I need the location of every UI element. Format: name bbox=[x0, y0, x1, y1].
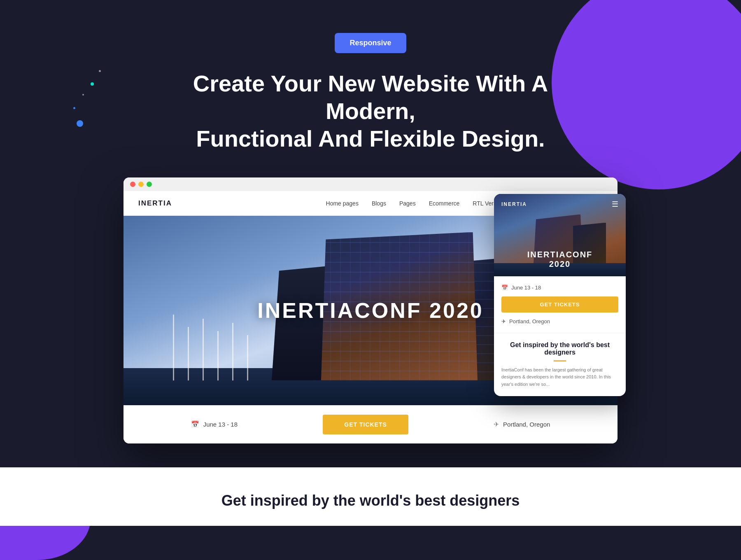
mast-3 bbox=[203, 319, 204, 380]
location-icon: ✈ bbox=[494, 420, 499, 428]
get-tickets-button[interactable]: GET TICKETS bbox=[323, 415, 408, 434]
site-bottom-bar: 📅 June 13 - 18 GET TICKETS ✈ Portland, O… bbox=[124, 405, 618, 443]
mast-1 bbox=[173, 315, 174, 380]
browser-dot-green bbox=[147, 182, 152, 187]
mast-5 bbox=[232, 323, 233, 380]
mobile-location: ✈ Portland, Oregon bbox=[501, 318, 618, 324]
mast-6 bbox=[247, 335, 248, 380]
mobile-content-text: InertiaConf has been the largest gatheri… bbox=[501, 366, 618, 388]
mobile-nav: INERTIA ☰ bbox=[494, 194, 626, 215]
mobile-content-title: Get inspired by the world's best designe… bbox=[501, 341, 618, 356]
mobile-date: 📅 June 13 - 18 bbox=[501, 285, 618, 291]
mobile-content-section: Get inspired by the world's best designe… bbox=[494, 333, 626, 397]
responsive-badge: Responsive bbox=[335, 33, 406, 53]
browser-mockup-wrapper: INERTIA Home pages Blogs Pages Ecommerce… bbox=[124, 177, 618, 443]
mobile-mockup: INERTIA ☰ INERTIACONF 2020 📅 June 13 - 1… bbox=[494, 194, 626, 397]
bottom-section-title: Get inspired by the world's best designe… bbox=[82, 492, 659, 509]
location-label: Portland, Oregon bbox=[503, 421, 550, 428]
hero-title: Create Your New Website With A Modern, F… bbox=[185, 70, 556, 153]
bottom-white-section: Get inspired by the world's best designe… bbox=[0, 467, 741, 526]
nav-link-blogs[interactable]: Blogs bbox=[372, 200, 386, 207]
site-logo: INERTIA bbox=[138, 199, 172, 208]
mobile-hero-image: INERTIA ☰ INERTIACONF 2020 bbox=[494, 194, 626, 276]
mobile-calendar-icon: 📅 bbox=[501, 285, 508, 291]
mast-2 bbox=[188, 327, 189, 380]
browser-titlebar bbox=[124, 177, 618, 191]
nav-link-pages[interactable]: Pages bbox=[399, 200, 416, 207]
mobile-tickets-button[interactable]: GET TICKETS bbox=[501, 296, 618, 313]
mobile-content-divider bbox=[554, 360, 566, 362]
mobile-info-section: 📅 June 13 - 18 GET TICKETS ✈ Portland, O… bbox=[494, 276, 626, 333]
location-item: ✈ Portland, Oregon bbox=[494, 420, 550, 428]
mobile-logo: INERTIA bbox=[501, 201, 527, 207]
conf-title-main: INERTIACONF 2020 bbox=[257, 298, 483, 323]
hamburger-icon[interactable]: ☰ bbox=[612, 200, 618, 209]
nav-link-homepages[interactable]: Home pages bbox=[326, 200, 359, 207]
hero-section: Responsive Create Your New Website With … bbox=[0, 0, 741, 468]
mast-4 bbox=[217, 331, 219, 380]
date-item: 📅 June 13 - 18 bbox=[191, 420, 238, 428]
nav-link-ecommerce[interactable]: Ecommerce bbox=[429, 200, 460, 207]
date-label: June 13 - 18 bbox=[203, 421, 238, 428]
calendar-icon: 📅 bbox=[191, 420, 199, 428]
browser-dot-red bbox=[130, 182, 135, 187]
browser-dot-yellow bbox=[138, 182, 144, 187]
mobile-location-icon: ✈ bbox=[501, 318, 506, 324]
mobile-conf-title: INERTIACONF 2020 bbox=[494, 250, 626, 269]
